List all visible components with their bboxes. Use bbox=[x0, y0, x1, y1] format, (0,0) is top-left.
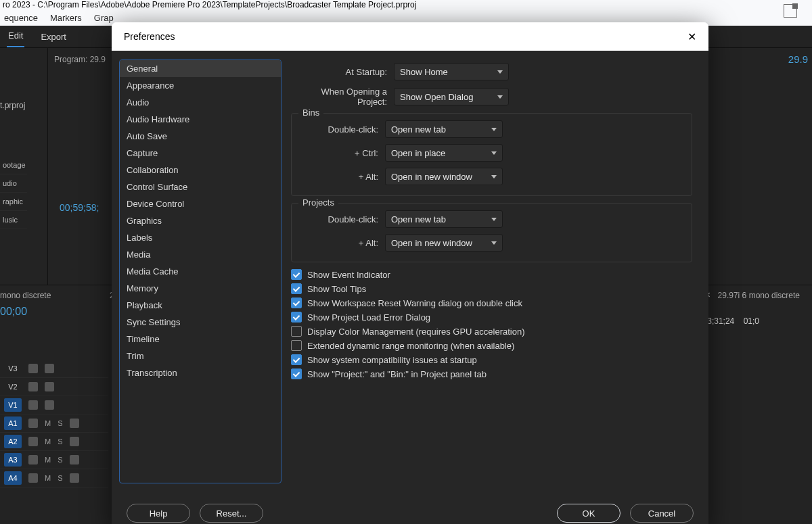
category-transcription[interactable]: Transcription bbox=[120, 364, 281, 381]
sidebar-item[interactable]: ootage bbox=[0, 156, 27, 174]
checkbox-label: Show system compatibility issues at star… bbox=[307, 355, 477, 365]
checkbox-label: Show Event Indicator bbox=[307, 270, 390, 280]
category-general[interactable]: General bbox=[120, 60, 281, 77]
track-label[interactable]: A3 bbox=[4, 453, 22, 467]
bins-legend: Bins bbox=[298, 108, 323, 118]
audio-track[interactable]: A1MS bbox=[0, 414, 108, 433]
checkbox[interactable] bbox=[291, 283, 302, 294]
open-project-select[interactable]: Show Open Dialog bbox=[394, 88, 509, 105]
projects-alt-select[interactable]: Open in new window bbox=[385, 234, 503, 252]
projects-doubleclick-select[interactable]: Open new tab bbox=[385, 210, 503, 228]
solo-button[interactable]: S bbox=[58, 419, 62, 427]
program-monitor-label: Program: 29.9 bbox=[54, 55, 106, 64]
video-track[interactable]: V3 bbox=[0, 360, 108, 378]
track-label[interactable]: V2 bbox=[4, 380, 22, 394]
category-appearance[interactable]: Appearance bbox=[120, 77, 281, 94]
bins-doubleclick-select[interactable]: Open new tab bbox=[385, 120, 503, 138]
toggle-sync-icon[interactable] bbox=[28, 473, 38, 483]
category-control-surface[interactable]: Control Surface bbox=[120, 178, 281, 195]
tab-edit[interactable]: Edit bbox=[7, 26, 24, 47]
preferences-content: At Startup: Show Home When Opening a Pro… bbox=[281, 51, 708, 524]
bins-alt-select[interactable]: Open in new window bbox=[385, 168, 503, 185]
mic-icon[interactable] bbox=[70, 455, 79, 465]
category-media[interactable]: Media bbox=[120, 246, 281, 263]
checkbox-label: Show Tool Tips bbox=[307, 284, 366, 294]
menu-sequence[interactable]: equence bbox=[4, 13, 38, 23]
checkbox[interactable] bbox=[291, 340, 302, 351]
solo-button[interactable]: S bbox=[58, 474, 62, 482]
category-collaboration[interactable]: Collaboration bbox=[120, 162, 281, 178]
solo-button[interactable]: S bbox=[58, 456, 62, 464]
startup-select[interactable]: Show Home bbox=[394, 63, 509, 80]
toggle-sync-icon[interactable] bbox=[28, 455, 38, 465]
toggle-sync-icon[interactable] bbox=[28, 437, 38, 446]
cancel-button[interactable]: Cancel bbox=[630, 504, 694, 523]
track-label[interactable]: A4 bbox=[4, 471, 22, 485]
category-timeline[interactable]: Timeline bbox=[120, 331, 281, 348]
mic-icon[interactable] bbox=[70, 473, 79, 483]
checkbox-row: Show Project Load Error Dialog bbox=[291, 312, 692, 323]
panel-menu-icon[interactable] bbox=[784, 4, 797, 18]
category-sync-settings[interactable]: Sync Settings bbox=[120, 314, 281, 331]
checkbox[interactable] bbox=[291, 297, 302, 308]
checkbox-row: Extended dynamic range monitoring (when … bbox=[291, 340, 692, 351]
category-capture[interactable]: Capture bbox=[120, 145, 281, 162]
toggle-output-icon[interactable] bbox=[45, 364, 54, 373]
toggle-output-icon[interactable] bbox=[45, 382, 54, 391]
window-title: ro 2023 - C:\Program Files\Adobe\Adobe P… bbox=[0, 0, 812, 9]
bins-ctrl-select[interactable]: Open in place bbox=[385, 144, 503, 162]
audio-track[interactable]: A4MS bbox=[0, 469, 108, 487]
mute-button[interactable]: M bbox=[45, 456, 51, 464]
category-trim[interactable]: Trim bbox=[120, 348, 281, 364]
timeline-timecode[interactable]: 00;00 bbox=[0, 306, 27, 318]
checkbox[interactable] bbox=[291, 312, 302, 323]
menu-markers[interactable]: Markers bbox=[50, 13, 82, 23]
sidebar-item[interactable]: raphic bbox=[0, 193, 27, 211]
close-icon[interactable]: ✕ bbox=[687, 30, 696, 43]
reset-button[interactable]: Reset... bbox=[200, 504, 263, 523]
mic-icon[interactable] bbox=[70, 419, 79, 428]
category-graphics[interactable]: Graphics bbox=[120, 212, 281, 229]
menu-graphics[interactable]: Grap bbox=[94, 13, 114, 23]
toggle-sync-icon[interactable] bbox=[28, 400, 38, 410]
track-label[interactable]: A2 bbox=[4, 435, 22, 448]
category-media-cache[interactable]: Media Cache bbox=[120, 263, 281, 280]
category-device-control[interactable]: Device Control bbox=[120, 195, 281, 212]
program-timecode[interactable]: 00;59;58; bbox=[60, 202, 99, 213]
sidebar-item[interactable]: lusic bbox=[0, 211, 27, 229]
audio-track[interactable]: A2MS bbox=[0, 433, 108, 451]
chevron-down-icon bbox=[497, 70, 503, 74]
checkbox-label: Show Project Load Error Dialog bbox=[307, 312, 430, 323]
toggle-sync-icon[interactable] bbox=[28, 419, 38, 428]
video-track[interactable]: V1 bbox=[0, 396, 108, 414]
category-playback[interactable]: Playback bbox=[120, 297, 281, 314]
ok-button[interactable]: OK bbox=[557, 504, 621, 523]
category-labels[interactable]: Labels bbox=[120, 229, 281, 246]
video-track[interactable]: V2 bbox=[0, 378, 108, 396]
mute-button[interactable]: M bbox=[45, 437, 51, 446]
mute-button[interactable]: M bbox=[45, 419, 51, 427]
category-audio-hardware[interactable]: Audio Hardware bbox=[120, 111, 281, 128]
open-project-label: When Opening a Project: bbox=[291, 87, 387, 107]
category-auto-save[interactable]: Auto Save bbox=[120, 128, 281, 145]
track-label[interactable]: V1 bbox=[4, 398, 22, 412]
sidebar-item[interactable]: udio bbox=[0, 174, 27, 193]
solo-button[interactable]: S bbox=[58, 437, 62, 446]
category-audio[interactable]: Audio bbox=[120, 94, 281, 111]
track-label[interactable]: V3 bbox=[4, 362, 22, 375]
checkbox[interactable] bbox=[291, 326, 302, 337]
tab-export[interactable]: Export bbox=[39, 28, 68, 47]
mic-icon[interactable] bbox=[70, 437, 79, 446]
toggle-sync-icon[interactable] bbox=[28, 382, 38, 391]
checkbox[interactable] bbox=[291, 368, 302, 379]
checkbox[interactable] bbox=[291, 354, 302, 365]
checkbox[interactable] bbox=[291, 269, 302, 280]
toggle-output-icon[interactable] bbox=[45, 400, 54, 410]
mute-button[interactable]: M bbox=[45, 474, 51, 482]
audio-track[interactable]: A3MS bbox=[0, 451, 108, 469]
toggle-sync-icon[interactable] bbox=[28, 364, 38, 373]
track-label[interactable]: A1 bbox=[4, 416, 22, 430]
category-memory[interactable]: Memory bbox=[120, 280, 281, 297]
preferences-category-list: GeneralAppearanceAudioAudio HardwareAuto… bbox=[119, 59, 281, 483]
help-button[interactable]: Help bbox=[127, 504, 190, 523]
